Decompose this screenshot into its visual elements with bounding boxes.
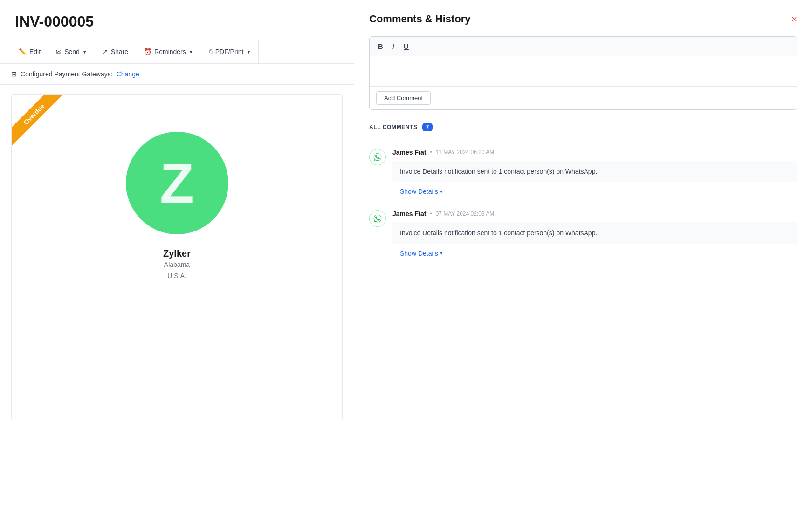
overdue-ribbon: Overdue bbox=[12, 95, 65, 145]
invoice-preview: Overdue Z Zylker Alabama U.S.A. bbox=[11, 94, 343, 420]
toolbar: ✏️ Edit ✉ Send ▼ ↗ Share ⏰ Reminders ▼ ⎙… bbox=[0, 40, 354, 64]
underline-button[interactable]: U bbox=[402, 41, 411, 51]
comment-text-1: Invoice Details notification sent to 1 c… bbox=[392, 161, 797, 182]
reminders-caret-icon: ▼ bbox=[189, 49, 193, 54]
payment-bar: ⊟ Configured Payment Gateways: Change bbox=[0, 64, 354, 85]
show-details-button-1[interactable]: Show Details ▾ bbox=[392, 186, 450, 197]
comment-dot-2: • bbox=[430, 211, 432, 217]
show-details-chevron-2: ▾ bbox=[440, 250, 443, 256]
bold-button[interactable]: B bbox=[376, 41, 385, 51]
comment-body-1: James Fiat • 11 MAY 2024 06:20 AM Invoic… bbox=[392, 149, 797, 197]
logo-letter: Z bbox=[160, 155, 194, 211]
pdf-icon: ⎙ bbox=[209, 48, 213, 55]
all-comments-label: ALL COMMENTS bbox=[369, 124, 418, 130]
send-caret-icon: ▼ bbox=[83, 49, 87, 54]
reminders-icon: ⏰ bbox=[144, 48, 151, 55]
editor-footer: Add Comment bbox=[370, 86, 797, 109]
overdue-ribbon-wrap: Overdue bbox=[12, 95, 72, 155]
logo-circle: Z bbox=[126, 132, 228, 234]
invoice-number: INV-000005 bbox=[0, 0, 354, 40]
share-icon: ↗ bbox=[103, 48, 108, 55]
comments-header: ALL COMMENTS 7 bbox=[369, 123, 797, 131]
pdf-print-button[interactable]: ⎙ PDF/Print ▼ bbox=[201, 40, 259, 63]
panel-title: Comments & History bbox=[369, 13, 471, 25]
comments-divider bbox=[369, 139, 797, 139]
show-details-chevron-1: ▾ bbox=[440, 189, 443, 195]
company-address-line2: U.S.A. bbox=[12, 270, 342, 281]
comment-author-2: James Fiat bbox=[392, 210, 426, 218]
edit-button[interactable]: ✏️ Edit bbox=[11, 40, 48, 63]
reminders-button[interactable]: ⏰ Reminders ▼ bbox=[136, 40, 201, 63]
comment-meta-2: James Fiat • 07 MAY 2024 02:03 AM bbox=[392, 210, 797, 218]
comment-dot-1: • bbox=[430, 149, 432, 156]
comment-item: James Fiat • 11 MAY 2024 06:20 AM Invoic… bbox=[369, 149, 797, 197]
company-address-line1: Alabama bbox=[12, 259, 342, 270]
comment-item-2: James Fiat • 07 MAY 2024 02:03 AM Invoic… bbox=[369, 210, 797, 259]
add-comment-button[interactable]: Add Comment bbox=[376, 91, 431, 105]
share-button[interactable]: ↗ Share bbox=[95, 40, 136, 63]
right-panel: Comments & History × B I U Add Comment A… bbox=[354, 0, 812, 531]
left-panel: INV-000005 ✏️ Edit ✉ Send ▼ ↗ Share ⏰ Re… bbox=[0, 0, 354, 531]
comment-date-1: 11 MAY 2024 06:20 AM bbox=[436, 149, 495, 156]
pdf-caret-icon: ▼ bbox=[246, 49, 251, 54]
comment-input-area[interactable] bbox=[370, 56, 797, 86]
comment-meta-1: James Fiat • 11 MAY 2024 06:20 AM bbox=[392, 149, 797, 156]
italic-button[interactable]: I bbox=[391, 41, 396, 51]
panel-header: Comments & History × bbox=[369, 13, 797, 25]
payment-gateway-icon: ⊟ bbox=[11, 70, 17, 78]
whatsapp-avatar-2 bbox=[369, 210, 386, 227]
comment-text-2: Invoice Details notification sent to 1 c… bbox=[392, 222, 797, 244]
close-button[interactable]: × bbox=[791, 14, 797, 24]
show-details-button-2[interactable]: Show Details ▾ bbox=[392, 248, 450, 259]
company-name: Zylker bbox=[12, 248, 342, 259]
send-icon: ✉ bbox=[56, 48, 62, 55]
whatsapp-avatar-1 bbox=[369, 149, 386, 165]
comment-body-2: James Fiat • 07 MAY 2024 02:03 AM Invoic… bbox=[392, 210, 797, 259]
comment-date-2: 07 MAY 2024 02:03 AM bbox=[436, 211, 495, 217]
editor-toolbar: B I U bbox=[370, 37, 797, 56]
edit-icon: ✏️ bbox=[19, 48, 27, 55]
comment-author-1: James Fiat bbox=[392, 149, 426, 156]
change-payment-link[interactable]: Change bbox=[117, 70, 139, 78]
send-button[interactable]: ✉ Send ▼ bbox=[48, 40, 95, 63]
comments-count-badge: 7 bbox=[422, 123, 433, 131]
comment-editor: B I U Add Comment bbox=[369, 36, 797, 110]
